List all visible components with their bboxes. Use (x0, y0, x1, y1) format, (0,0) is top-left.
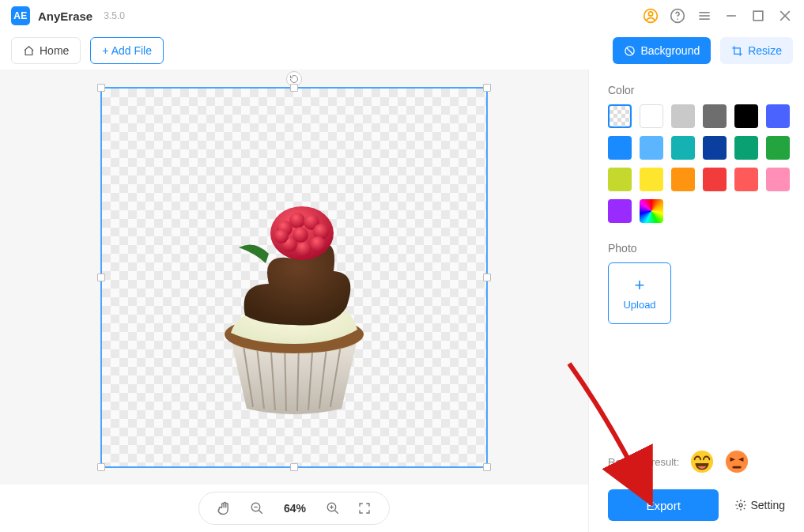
export-button[interactable]: Export (608, 489, 719, 521)
color-swatch-white[interactable] (640, 104, 663, 128)
home-button[interactable]: Home (11, 37, 81, 64)
home-icon (23, 45, 35, 57)
color-swatch-yellow[interactable] (640, 168, 663, 191)
handle-bottom-mid[interactable] (290, 463, 298, 471)
color-swatch-pink[interactable] (766, 168, 790, 191)
minimize-icon[interactable] (723, 8, 739, 24)
gear-icon (734, 499, 747, 511)
app-version: 3.5.0 (104, 10, 125, 21)
titlebar-controls (643, 8, 793, 24)
color-swatch-green[interactable] (766, 136, 790, 160)
control-pill: 64% (198, 492, 390, 525)
color-section-label: Color (608, 84, 785, 96)
svg-point-41 (726, 451, 748, 473)
svg-line-34 (259, 510, 262, 514)
canvas-area: 64% (0, 70, 588, 532)
svg-line-12 (627, 47, 633, 54)
svg-point-3 (677, 18, 678, 20)
color-swatch-grid (608, 104, 785, 223)
svg-point-25 (289, 213, 305, 228)
fullscreen-button[interactable] (357, 501, 372, 515)
add-file-label: + Add File (102, 44, 152, 57)
canvas-center (0, 70, 588, 485)
rate-bad-button[interactable] (725, 450, 749, 474)
plus-icon: + (635, 277, 645, 294)
color-swatch-rainbow[interactable] (640, 199, 663, 223)
svg-point-29 (296, 241, 311, 257)
home-label: Home (40, 44, 69, 57)
color-swatch-transparent[interactable] (608, 104, 632, 128)
side-panel: Color Photo + Upload Rate this result: E (588, 70, 804, 532)
crop-icon (731, 45, 743, 57)
svg-rect-42 (733, 466, 742, 469)
toolbar: Home + Add File Background Resize (0, 32, 804, 70)
subject-image[interactable] (199, 197, 389, 418)
handle-mid-right[interactable] (483, 274, 491, 281)
titlebar: AE AnyErase 3.5.0 (0, 0, 804, 32)
svg-rect-8 (753, 11, 763, 21)
rate-good-button[interactable] (690, 450, 714, 474)
color-swatch-royal-blue[interactable] (766, 104, 790, 128)
zoom-level: 64% (281, 502, 308, 515)
svg-point-43 (739, 504, 742, 507)
color-swatch-gray[interactable] (703, 104, 727, 128)
color-swatch-orange[interactable] (671, 168, 695, 191)
app-name: AnyErase (38, 9, 92, 23)
side-bottom: Export Setting (608, 489, 785, 521)
color-swatch-coral[interactable] (734, 168, 758, 191)
setting-button[interactable]: Setting (734, 499, 785, 511)
handle-bottom-left[interactable] (97, 463, 105, 471)
svg-point-32 (293, 227, 308, 243)
add-file-button[interactable]: + Add File (90, 37, 164, 64)
background-label: Background (640, 44, 700, 57)
zoom-out-button[interactable] (250, 501, 264, 515)
svg-point-1 (648, 12, 652, 16)
app-logo: AE (11, 6, 30, 25)
color-swatch-navy[interactable] (703, 136, 727, 160)
handle-mid-left[interactable] (97, 274, 105, 281)
canvas-controls: 64% (0, 485, 588, 532)
color-swatch-teal[interactable] (671, 136, 695, 160)
color-swatch-blue[interactable] (608, 136, 632, 160)
color-swatch-red[interactable] (703, 168, 727, 191)
color-swatch-purple[interactable] (608, 199, 632, 223)
svg-line-37 (334, 510, 338, 514)
main-area: 64% Color Photo + Upload (0, 70, 804, 532)
resize-button[interactable]: Resize (720, 37, 793, 64)
svg-point-28 (310, 236, 326, 252)
background-button[interactable]: Background (613, 37, 711, 64)
pan-tool-button[interactable] (217, 500, 232, 516)
handle-top-right[interactable] (483, 84, 491, 92)
color-swatch-light-gray[interactable] (671, 104, 695, 128)
handle-bottom-right[interactable] (483, 463, 491, 471)
menu-icon[interactable] (696, 8, 712, 24)
close-icon[interactable] (777, 8, 793, 24)
upload-photo-button[interactable]: + Upload (608, 262, 671, 324)
app-window: AE AnyErase 3.5.0 (0, 0, 804, 532)
handle-top-mid[interactable] (290, 84, 298, 92)
rate-label: Rate this result: (608, 456, 679, 468)
account-icon[interactable] (643, 8, 659, 24)
rate-row: Rate this result: (608, 450, 785, 474)
setting-label: Setting (750, 499, 785, 511)
photo-section-label: Photo (608, 242, 785, 255)
selection-frame[interactable] (100, 87, 488, 468)
svg-point-31 (274, 229, 289, 243)
handle-top-left[interactable] (97, 84, 105, 92)
color-swatch-lime[interactable] (608, 168, 632, 191)
color-swatch-sky-blue[interactable] (640, 136, 663, 160)
maximize-icon[interactable] (750, 8, 766, 24)
export-label: Export (647, 499, 681, 512)
resize-label: Resize (748, 44, 782, 57)
zoom-in-button[interactable] (326, 501, 340, 515)
upload-label: Upload (623, 299, 655, 311)
background-icon (624, 45, 636, 57)
color-swatch-emerald[interactable] (734, 136, 758, 160)
help-icon[interactable] (670, 8, 685, 24)
color-swatch-black[interactable] (734, 104, 758, 128)
